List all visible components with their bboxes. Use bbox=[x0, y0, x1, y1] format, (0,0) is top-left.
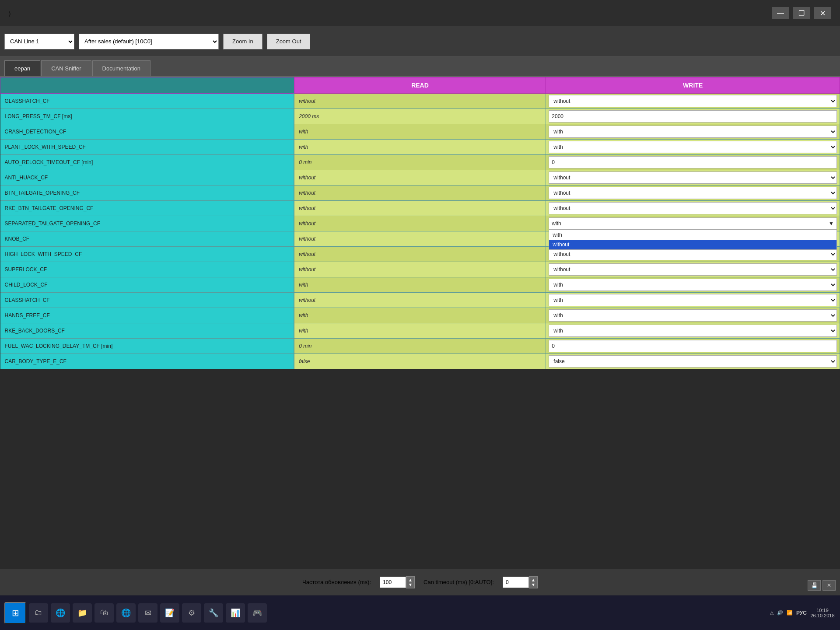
table-row: ANTI_HUACK_CFwithoutwithoutwith bbox=[0, 170, 840, 186]
table-row: RKE_BACK_DOORS_CFwithwithoutwith bbox=[0, 323, 840, 339]
row-read-12: with bbox=[294, 277, 546, 293]
tray-arrow-icon[interactable]: △ bbox=[770, 610, 774, 616]
row-write-0[interactable]: withoutwith bbox=[546, 94, 840, 109]
write-select-13[interactable]: withoutwith bbox=[549, 294, 837, 306]
row-read-11: without bbox=[294, 262, 546, 277]
taskbar-icon-store[interactable]: 🛍 bbox=[94, 603, 114, 623]
taskbar-icon-chart[interactable]: 📊 bbox=[226, 603, 245, 623]
row-label-12: CHILD_LOCK_CF bbox=[0, 277, 294, 293]
write-select-11[interactable]: withoutwith bbox=[549, 263, 837, 276]
close-button[interactable]: ✕ bbox=[814, 7, 831, 19]
row-write-12[interactable]: withoutwith bbox=[546, 277, 840, 293]
taskbar-icon-edge[interactable]: 🌐 bbox=[116, 603, 136, 623]
row-write-4[interactable] bbox=[546, 155, 840, 170]
tray-network-icon[interactable]: 📶 bbox=[787, 610, 793, 616]
row-read-10: without bbox=[294, 247, 546, 262]
write-select-6[interactable]: withoutwith bbox=[549, 187, 837, 199]
row-write-8[interactable]: with▼withwithout bbox=[546, 216, 840, 231]
row-read-4: 0 min bbox=[294, 155, 546, 170]
bottom-controls: Частота обновления (ms): ▲ ▼ Can timeout… bbox=[0, 569, 840, 595]
row-read-7: without bbox=[294, 201, 546, 216]
taskbar-time-display: 10:19 bbox=[809, 608, 836, 613]
row-write-3[interactable]: withoutwith bbox=[546, 140, 840, 155]
write-select-14[interactable]: withoutwith bbox=[549, 309, 837, 322]
taskbar-icon-mail[interactable]: ✉ bbox=[138, 603, 158, 623]
row-read-3: with bbox=[294, 140, 546, 155]
main-content: READ WRITE GLASSHATCH_CFwithoutwithoutwi… bbox=[0, 77, 840, 569]
taskbar-icon-settings[interactable]: ⚙ bbox=[182, 603, 201, 623]
write-input-16[interactable] bbox=[549, 340, 837, 352]
row-read-15: with bbox=[294, 323, 546, 339]
taskbar-icon-app[interactable]: 🎮 bbox=[248, 603, 267, 623]
write-select-17[interactable]: falsetrue bbox=[549, 355, 837, 368]
row-write-16[interactable] bbox=[546, 339, 840, 354]
write-select-2[interactable]: withoutwith bbox=[549, 126, 837, 138]
table-row: CHILD_LOCK_CFwithwithoutwith bbox=[0, 277, 840, 293]
minimize-button[interactable]: — bbox=[772, 7, 789, 19]
spin-down-icon[interactable]: ▼ bbox=[408, 582, 413, 587]
dropdown-display-8[interactable]: with▼ bbox=[549, 217, 837, 230]
maximize-button[interactable]: ❐ bbox=[793, 7, 810, 19]
taskbar-icon-browser[interactable]: 🌐 bbox=[51, 603, 70, 623]
row-read-5: without bbox=[294, 170, 546, 186]
row-label-13: GLASSHATCH_CF bbox=[0, 293, 294, 308]
row-write-1[interactable] bbox=[546, 109, 840, 124]
row-write-5[interactable]: withoutwith bbox=[546, 170, 840, 186]
write-select-0[interactable]: withoutwith bbox=[549, 95, 837, 107]
read-column-header: READ bbox=[294, 77, 546, 94]
row-read-9: without bbox=[294, 231, 546, 247]
table-header-row: READ WRITE bbox=[0, 77, 840, 94]
row-label-4: AUTO_RELOCK_TIMEOUT_CF [min] bbox=[0, 155, 294, 170]
row-read-13: without bbox=[294, 293, 546, 308]
taskbar-icon-tools[interactable]: 🔧 bbox=[204, 603, 223, 623]
row-write-14[interactable]: withoutwith bbox=[546, 308, 840, 323]
table-row: SUPERLOCK_CFwithoutwithoutwith bbox=[0, 262, 840, 277]
write-select-12[interactable]: withoutwith bbox=[549, 279, 837, 291]
protocol-select[interactable]: After sales (default) [10C0] bbox=[79, 34, 219, 49]
row-write-6[interactable]: withoutwith bbox=[546, 186, 840, 201]
can-line-select[interactable]: CAN Line 1 bbox=[4, 34, 74, 49]
spin-up-icon[interactable]: ▲ bbox=[408, 578, 413, 582]
row-write-2[interactable]: withoutwith bbox=[546, 124, 840, 140]
write-input-4[interactable] bbox=[549, 156, 837, 168]
write-select-10[interactable]: withoutwith bbox=[549, 248, 837, 260]
refresh-label: Частота обновления (ms): bbox=[302, 579, 371, 585]
write-select-7[interactable]: withoutwith bbox=[549, 202, 837, 214]
tab-documentation[interactable]: Documentation bbox=[92, 60, 150, 76]
save-corner-button[interactable]: 💾 bbox=[808, 580, 821, 591]
taskbar-icon-notepad[interactable]: 📝 bbox=[160, 603, 179, 623]
timeout-spin-up-icon[interactable]: ▲ bbox=[531, 578, 536, 582]
zoom-in-button[interactable]: Zoom In bbox=[223, 34, 262, 49]
taskbar-icon-folder[interactable]: 📁 bbox=[73, 603, 92, 623]
write-select-15[interactable]: withoutwith bbox=[549, 325, 837, 337]
row-write-15[interactable]: withoutwith bbox=[546, 323, 840, 339]
write-select-5[interactable]: withoutwith bbox=[549, 172, 837, 184]
taskbar-icon-explorer[interactable]: 🗂 bbox=[29, 603, 48, 623]
row-write-13[interactable]: withoutwith bbox=[546, 293, 840, 308]
row-label-3: PLANT_LOCK_WITH_SPEED_CF bbox=[0, 140, 294, 155]
row-label-9: KNOB_CF bbox=[0, 231, 294, 247]
row-read-8: without bbox=[294, 216, 546, 231]
row-label-14: HANDS_FREE_CF bbox=[0, 308, 294, 323]
table-row: HANDS_FREE_CFwithwithoutwith bbox=[0, 308, 840, 323]
table-scroll[interactable]: READ WRITE GLASSHATCH_CFwithoutwithoutwi… bbox=[0, 77, 840, 569]
zoom-out-button[interactable]: Zoom Out bbox=[267, 34, 311, 49]
dropdown-option-with[interactable]: with bbox=[549, 230, 836, 240]
refresh-spinners: ▲ ▼ bbox=[406, 576, 415, 588]
write-select-3[interactable]: withoutwith bbox=[549, 141, 837, 153]
row-label-10: HIGH_LOCK_WITH_SPEED_CF bbox=[0, 247, 294, 262]
tab-eepan[interactable]: eepan bbox=[4, 60, 40, 76]
start-button[interactable]: ⊞ bbox=[4, 602, 26, 624]
dropdown-option-without[interactable]: without bbox=[549, 240, 836, 249]
row-label-0: GLASSHATCH_CF bbox=[0, 94, 294, 109]
timeout-spin-down-icon[interactable]: ▼ bbox=[531, 582, 536, 587]
close-corner-button[interactable]: ✕ bbox=[822, 580, 836, 591]
timeout-input[interactable] bbox=[503, 577, 529, 588]
refresh-input[interactable] bbox=[380, 577, 406, 588]
row-write-17[interactable]: falsetrue bbox=[546, 354, 840, 369]
tab-can-sniffer[interactable]: CAN Sniffer bbox=[41, 60, 91, 76]
row-write-7[interactable]: withoutwith bbox=[546, 201, 840, 216]
row-write-11[interactable]: withoutwith bbox=[546, 262, 840, 277]
write-input-1[interactable] bbox=[549, 110, 837, 122]
tray-volume-icon[interactable]: 🔊 bbox=[777, 610, 783, 616]
